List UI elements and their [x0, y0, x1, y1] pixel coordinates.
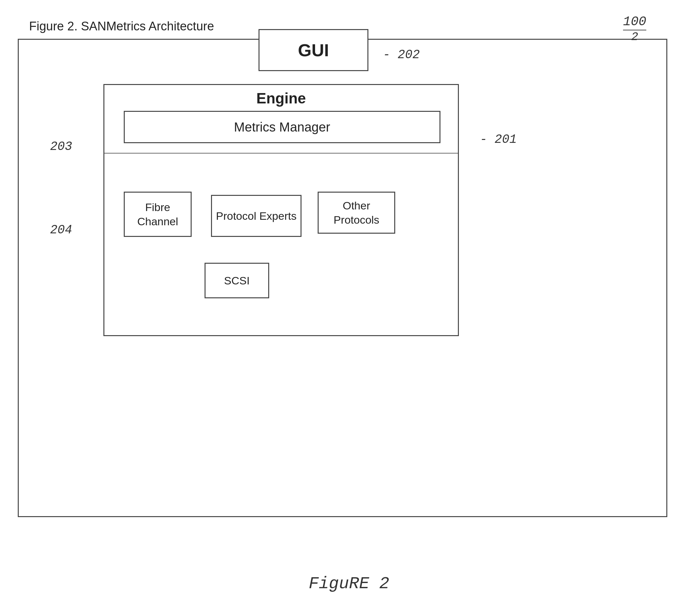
other-protocols-box: Other Protocols — [318, 192, 395, 234]
fibre-channel-box: Fibre Channel — [124, 192, 192, 237]
annotation-203: 203 — [50, 140, 72, 154]
gui-box: GUI — [259, 29, 368, 71]
scsi-label: SCSI — [224, 274, 250, 288]
ref-number: 100 2 — [623, 15, 646, 44]
engine-label: Engine — [104, 89, 458, 107]
figure-bottom-label: FiguRE 2 — [309, 574, 389, 593]
metrics-manager-box: Metrics Manager — [124, 111, 441, 143]
metrics-manager-label: Metrics Manager — [234, 120, 330, 135]
engine-divider — [104, 153, 458, 154]
annotation-202: - 202 — [383, 48, 420, 62]
page-title: Figure 2. SANMetrics Architecture — [29, 19, 214, 33]
protocol-experts-box: Protocol Experts — [211, 195, 302, 237]
annotation-201: - 201 — [480, 132, 517, 146]
engine-box: Engine Metrics Manager Fibre Channel Pro… — [103, 84, 459, 336]
scsi-box: SCSI — [205, 263, 269, 298]
other-protocols-label: Other Protocols — [319, 198, 394, 227]
gui-label: GUI — [298, 40, 329, 60]
fibre-channel-label: Fibre Channel — [125, 200, 191, 228]
annotation-204: 204 — [50, 223, 72, 237]
protocol-experts-label: Protocol Experts — [216, 209, 296, 223]
